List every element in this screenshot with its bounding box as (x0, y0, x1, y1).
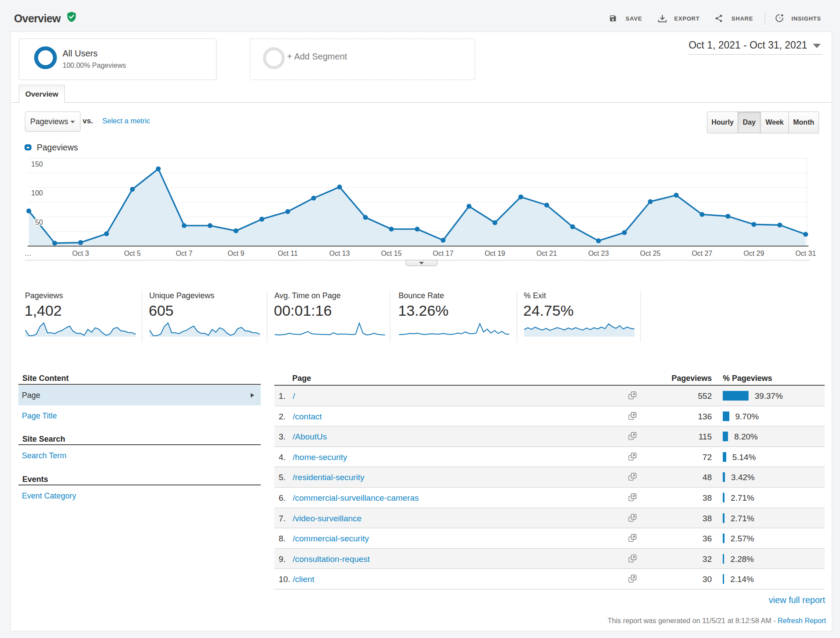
svg-text:Oct 15: Oct 15 (381, 250, 402, 257)
svg-text:Oct 11: Oct 11 (278, 250, 298, 257)
svg-text:Oct 19: Oct 19 (485, 250, 505, 257)
svg-text:Oct 29: Oct 29 (744, 250, 764, 257)
svg-text:Oct 23: Oct 23 (588, 250, 609, 257)
svg-text:Oct 27: Oct 27 (692, 250, 712, 257)
svg-text:100: 100 (31, 189, 43, 197)
svg-text:Oct 31: Oct 31 (795, 250, 816, 257)
svg-text:Oct 7: Oct 7 (176, 250, 192, 257)
svg-text:Oct 3: Oct 3 (72, 250, 89, 257)
svg-text:Oct 5: Oct 5 (124, 250, 140, 257)
svg-text:Oct 25: Oct 25 (640, 250, 661, 257)
svg-text:Oct 17: Oct 17 (433, 250, 453, 257)
svg-text:…: … (24, 250, 32, 257)
svg-text:Oct 13: Oct 13 (329, 250, 350, 257)
svg-text:Oct 9: Oct 9 (228, 250, 244, 257)
svg-text:150: 150 (31, 160, 43, 168)
svg-text:Oct 21: Oct 21 (536, 250, 557, 257)
svg-text:50: 50 (35, 219, 43, 226)
